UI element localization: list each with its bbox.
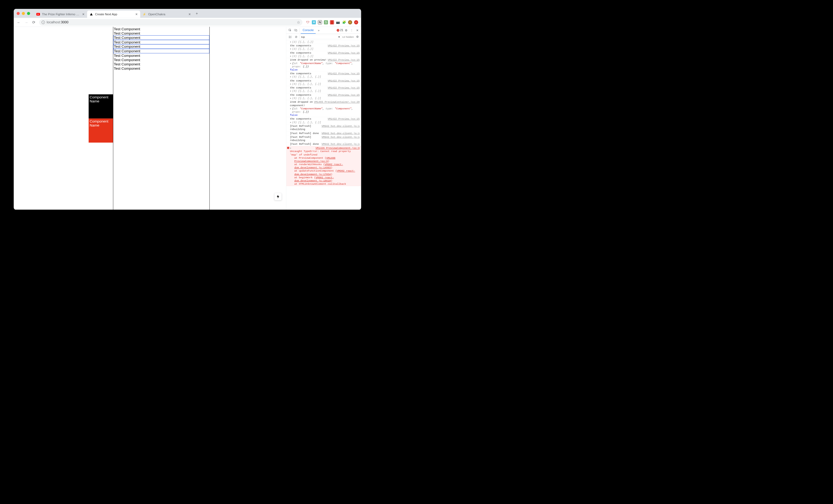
extension-camera-icon[interactable]: 📷 [336, 20, 340, 24]
context-selector[interactable]: top ▾ [300, 34, 341, 39]
error-count-badge[interactable]: ✕ 21 [337, 29, 343, 32]
clear-console-icon[interactable]: ⊘ [293, 34, 299, 40]
console-source-link[interactable]: VM1422 Preview.jsx:15 [328, 72, 360, 75]
maximize-window-button[interactable] [27, 12, 30, 15]
console-log[interactable]: (2) [{…}, {…}]the componentsVM1422 Previ… [286, 40, 361, 210]
console-message: the components [290, 93, 327, 97]
palette-component-card[interactable]: Component Name [89, 119, 113, 143]
page-viewport[interactable]: Component NameComponent Name Test Compon… [14, 27, 286, 210]
browser-tab[interactable]: ⚡OpenChakra✕ [140, 11, 193, 18]
console-source-link[interactable]: VM1422 Preview.jsx:15 [328, 86, 360, 90]
console-object-preview[interactable]: (3) [{…}, {…}, {…}] [290, 90, 360, 93]
console-log-entry[interactable]: item dropped on preview!VM1422 Preview.j… [286, 58, 361, 72]
console-log-entry[interactable]: the componentsVM1422 Preview.jsx:15(3) [… [286, 117, 361, 124]
console-source-link[interactable]: VM942 hot-dev-client.js:1 [322, 132, 360, 135]
console-object-preview[interactable]: (3) [{…}, {…}, {…}] [290, 75, 360, 79]
console-source-link[interactable]: VM1422 Preview.jsx:15 [328, 93, 360, 97]
console-log-entry[interactable]: the componentsVM1422 Preview.jsx:15(2) [… [286, 44, 361, 51]
preview-component-row[interactable]: Test Component [113, 31, 209, 35]
console-log-entry[interactable]: the componentsVM1422 Preview.jsx:15(2) [… [286, 51, 361, 58]
preview-component-row[interactable]: Test Component [113, 44, 209, 49]
console-source-link[interactable]: VM1403 PreviewContainer.jsx:20 [314, 101, 360, 107]
devtools-settings-icon[interactable]: ⚙ [344, 28, 349, 33]
console-source-link[interactable]: VM1422 Preview.jsx:15 [328, 118, 360, 121]
url-text: localhost:3000 [47, 20, 68, 24]
extension-notion-icon[interactable]: N [318, 20, 322, 24]
console-object-preview[interactable]: (3) [{…}, {…}, {…}] [290, 121, 360, 124]
devtools-close-icon[interactable]: ✕ [355, 28, 360, 33]
hidden-messages-label[interactable]: 12 hidden [342, 35, 354, 39]
console-log-entry[interactable]: the componentsVM1422 Preview.jsx:15(3) [… [286, 72, 361, 79]
devtools-menu-icon[interactable]: ⋮ [349, 28, 354, 33]
browser-tab[interactable]: Create Next App✕ [87, 11, 140, 18]
console-object-preview[interactable]: (2) [{…}, {…}] [290, 40, 360, 44]
console-log-entry[interactable]: the componentsVM1422 Preview.jsx:15(3) [… [286, 86, 361, 93]
extension-ublock-icon[interactable]: 🛡 [306, 20, 310, 24]
preview-component-row[interactable]: Test Component [113, 35, 209, 40]
new-tab-button[interactable]: + [194, 10, 200, 16]
tab-close-icon[interactable]: ✕ [135, 12, 139, 16]
console-log-entry[interactable]: item dropped on component!VM1403 Preview… [286, 100, 361, 117]
devtools-more-tabs-icon[interactable]: » [316, 28, 321, 33]
extension-react-icon[interactable]: ✦ [312, 20, 316, 24]
console-source-link[interactable]: VM942 hot-dev-client.js:1 [322, 124, 360, 131]
svg-rect-3 [289, 36, 291, 38]
console-message: [Fast Refresh] rebuilding [290, 135, 320, 142]
reload-button[interactable]: ⟳ [30, 19, 37, 25]
console-object-preview[interactable]: (3) [{…}, {…}, {…}] [290, 97, 360, 100]
console-source-link[interactable]: VM1422 Preview.jsx:15 [328, 44, 360, 47]
preview-component-row[interactable]: Test Component [113, 62, 209, 66]
minimize-window-button[interactable] [22, 12, 25, 15]
console-message: [Fast Refresh] done [290, 132, 320, 135]
url-path: 3000 [61, 20, 68, 24]
tab-close-icon[interactable]: ✕ [188, 12, 192, 16]
console-log-entry[interactable]: [Fast Refresh] rebuildingVM942 hot-dev-c… [286, 135, 361, 142]
console-object-preview[interactable]: (2) [{…}, {…}] [290, 54, 360, 58]
console-object-preview[interactable]: {id: "ComponentName", type: "Component",… [290, 62, 360, 68]
inspect-element-icon[interactable] [287, 28, 292, 33]
console-sidebar-toggle-icon[interactable] [287, 34, 292, 40]
console-log-entry[interactable]: [Fast Refresh] rebuildingVM942 hot-dev-c… [286, 124, 361, 132]
back-button[interactable]: ← [16, 19, 22, 25]
nextjs-indicator-icon[interactable] [274, 193, 282, 200]
console-object-preview[interactable]: {id: "ComponentName", type: "Component",… [290, 107, 360, 114]
console-source-link[interactable]: VM1422 Preview.jsx:15 [328, 51, 360, 54]
console-log-entry[interactable]: (2) [{…}, {…}] [286, 40, 361, 44]
console-object-preview[interactable]: (3) [{…}, {…}, {…}] [290, 82, 360, 85]
console-log-entry[interactable]: [Fast Refresh] doneVM942 hot-dev-client.… [286, 142, 361, 146]
console-log-entry[interactable]: the componentsVM1422 Preview.jsx:15(3) [… [286, 93, 361, 100]
preview-component-row[interactable]: Test Component [113, 40, 209, 45]
preview-component-row[interactable]: Test Component [113, 58, 209, 62]
console-settings-icon[interactable]: ⚙ [355, 34, 360, 40]
browser-tab[interactable]: The Prize Fighter Inferno - Sta✕ [34, 11, 87, 18]
palette-component-card[interactable]: Component Name [89, 94, 113, 119]
extension-o-icon[interactable]: ○ [354, 20, 358, 24]
devtools-tab-console[interactable]: Console [301, 27, 316, 34]
console-source-link[interactable]: VM942 hot-dev-client.js:1 [322, 143, 360, 146]
console-log-entry[interactable]: the componentsVM1422 Preview.jsx:15(3) [… [286, 79, 361, 86]
site-info-icon[interactable]: i [42, 21, 45, 24]
console-log-entry[interactable]: [Fast Refresh] doneVM942 hot-dev-client.… [286, 131, 361, 135]
preview-component-row[interactable]: Test Component [113, 49, 209, 53]
console-source-link[interactable]: VM1422 Preview.jsx:15 [328, 79, 360, 82]
console-source-link[interactable]: VM1426 PreviewComponent.jsx:9 [316, 147, 360, 150]
console-source-link[interactable]: VM942 hot-dev-client.js:1 [322, 135, 360, 142]
console-source-link[interactable]: VM1422 Preview.jsx:15 [328, 58, 360, 62]
forward-button[interactable]: → [23, 19, 29, 25]
preview-column[interactable]: Test ComponentTest ComponentTest Compone… [113, 27, 210, 210]
extension-grid-icon[interactable]: ⋮⋮ [330, 20, 334, 24]
close-window-button[interactable] [17, 12, 20, 15]
bookmark-star-icon[interactable]: ☆ [297, 20, 300, 24]
preview-component-row[interactable]: Test Component [113, 27, 209, 31]
preview-component-row[interactable]: Test Component [113, 53, 209, 58]
tab-close-icon[interactable]: ✕ [82, 12, 85, 16]
preview-component-row[interactable]: Test Component [113, 67, 209, 71]
console-error-entry[interactable]: ✕▸ VM1426 PreviewComponent.jsx:9Uncaught… [286, 146, 361, 186]
device-toolbar-icon[interactable] [293, 28, 298, 33]
extensions-puzzle-icon[interactable]: 🧩 [342, 20, 346, 24]
address-bar[interactable]: i localhost:3000 ☆ [39, 19, 303, 25]
devtools-panel: Console » ✕ 21 ⚙ ⋮ ✕ ⊘ [286, 27, 361, 210]
console-object-preview[interactable]: (2) [{…}, {…}] [290, 47, 360, 51]
profile-avatar-icon[interactable] [348, 20, 352, 24]
extension-s-icon[interactable]: S [324, 20, 328, 24]
